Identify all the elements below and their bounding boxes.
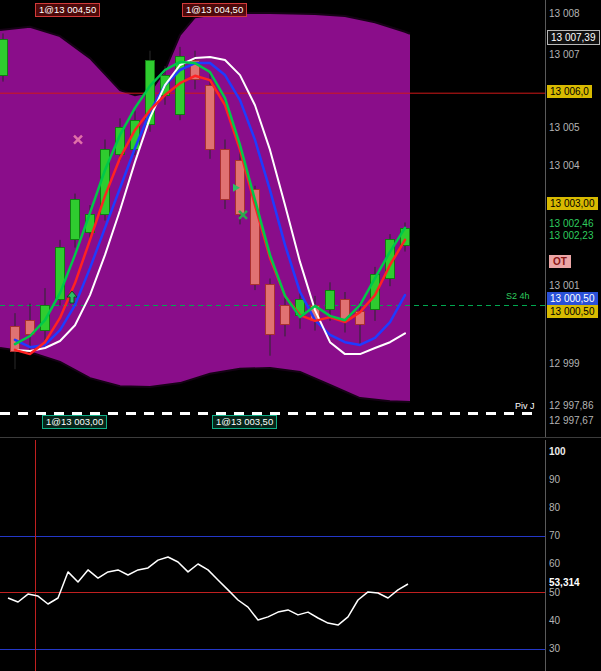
price-axis[interactable]: 13 00813 007,3913 00713 006,013 00513 00… [545,0,601,437]
price-axis-label: 13 007 [549,48,580,61]
price-axis-label: 13 004 [549,159,580,172]
indicator-axis-label: 60 [549,557,560,570]
indicator-axis[interactable]: 1009080706053,314504030 [545,440,601,671]
pivot-level-label: Piv J [515,401,535,411]
indicator-panel[interactable] [0,440,545,671]
indicator-axis-label: 30 [549,642,560,655]
indicator-axis-label: 50 [549,586,560,599]
price-axis-label: 13 000,50 [547,292,598,305]
main-chart-canvas[interactable] [0,0,545,437]
indicator-axis-label: 40 [549,614,560,627]
price-axis-label: 13 005 [549,121,580,134]
price-axis-label: 13 001 [549,279,580,292]
price-axis-label: 13 002,23 [549,229,594,242]
price-axis-label: 12 997,86 [549,399,594,412]
oscillator-line [8,557,408,625]
order-flag-sell-1[interactable]: 1@13 004,50 [35,3,100,17]
price-axis-label: 12 997,67 [549,414,594,427]
indicator-axis-label: 90 [549,473,560,486]
main-price-chart[interactable]: S2 4h Piv J 1@13 004,50 1@13 004,50 1@13… [0,0,545,437]
trading-platform-screen: S2 4h Piv J 1@13 004,50 1@13 004,50 1@13… [0,0,601,671]
price-axis-label: 12 999 [549,357,580,370]
s2-level-label: S2 4h [506,291,530,301]
indicator-axis-label: 70 [549,529,560,542]
indicator-axis-label: 100 [549,445,566,458]
price-axis-label: 13 008 [549,7,580,20]
price-axis-label: OT [549,255,571,268]
price-axis-label: 13 003,00 [547,197,598,210]
price-axis-label: 13 000,50 [547,305,598,318]
indicator-axis-label: 80 [549,501,560,514]
price-axis-label: 13 006,0 [547,85,592,98]
order-flag-buy-2[interactable]: 1@13 003,50 [212,415,277,429]
order-flag-buy-1[interactable]: 1@13 003,00 [42,415,107,429]
order-flag-sell-2[interactable]: 1@13 004,50 [182,3,247,17]
indicator-canvas[interactable] [0,440,545,671]
price-axis-label: 13 007,39 [547,30,600,45]
